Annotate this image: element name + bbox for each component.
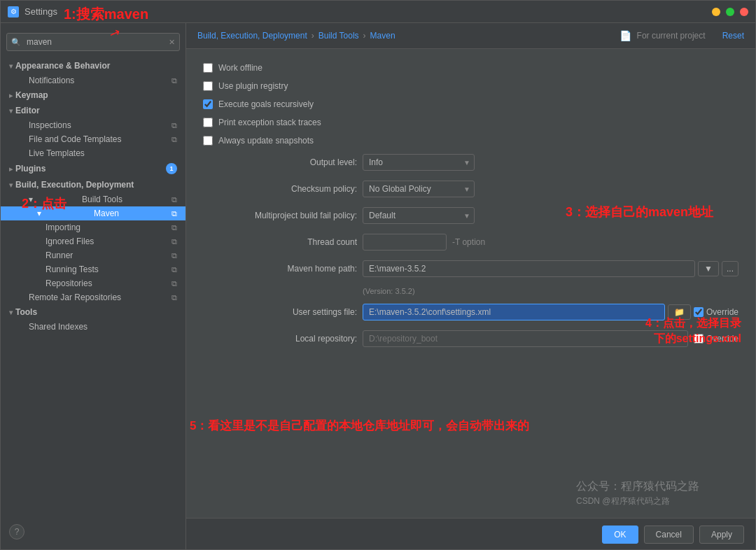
maven-home-path-input[interactable] [363, 260, 695, 277]
execute-goals-row: Execute goals recursively [203, 99, 738, 109]
checksum-policy-select[interactable]: No Global Policy Strict Warn Ignore [363, 181, 475, 197]
sidebar-item-remote-jar-repos[interactable]: Remote Jar Repositories ⧉ [1, 290, 186, 304]
copy-icon-build-tools: ⧉ [172, 195, 177, 204]
sidebar-item-keymap[interactable]: ▸ Keymap [1, 87, 186, 103]
window-title: Settings [24, 6, 712, 17]
ok-button[interactable]: OK [602, 526, 638, 544]
multiproject-fail-select[interactable]: Default Fail At End Fail Fast Never Fail [363, 207, 475, 224]
t-option-label: -T option [452, 237, 485, 247]
copy-icon-notifications: ⧉ [172, 76, 177, 85]
copy-icon-repositories: ⧉ [172, 279, 177, 288]
breadcrumb: Build, Execution, Deployment › Build Too… [186, 23, 755, 49]
user-settings-file-browse-button[interactable]: 📁 [668, 304, 691, 320]
maven-home-path-dropdown-button[interactable]: ▼ [698, 261, 719, 276]
sidebar-item-inspections[interactable]: Inspections ⧉ [1, 118, 186, 132]
breadcrumb-part2[interactable]: Build Tools [318, 31, 359, 41]
multiproject-fail-control: Default Fail At End Fail Fast Never Fail… [363, 207, 738, 224]
reset-button[interactable]: Reset [722, 31, 744, 41]
execute-goals-checkbox[interactable] [203, 99, 213, 109]
sidebar-item-repositories[interactable]: Repositories ⧉ [1, 276, 186, 290]
print-exception-label[interactable]: Print exception stack traces [218, 118, 321, 127]
search-box: 🔍 ✕ [6, 33, 180, 51]
user-settings-file-row: User settings file: 📁 Override [203, 304, 738, 320]
checksum-policy-row: Checksum policy: No Global Policy Strict… [203, 181, 738, 197]
search-icon: 🔍 [11, 38, 21, 47]
copy-icon-running-tests: ⧉ [172, 265, 177, 274]
sidebar-item-file-code-templates[interactable]: File and Code Templates ⧉ [1, 132, 186, 146]
apply-button[interactable]: Apply [699, 526, 744, 544]
multiproject-fail-label: Multiproject build fail policy: [203, 211, 357, 220]
sidebar-item-build-tools[interactable]: ▾ Build Tools ⧉ [1, 192, 186, 206]
sidebar-item-live-templates[interactable]: Live Templates [1, 146, 186, 160]
maven-settings-content: Work offline Use plugin registry Execute… [186, 49, 755, 518]
thread-count-row: Thread count -T option [203, 234, 738, 251]
multiproject-fail-row: Multiproject build fail policy: Default … [203, 207, 738, 224]
for-current-project-icon: 📄 [620, 30, 631, 41]
user-settings-override-wrapper: Override [694, 307, 738, 317]
maven-home-path-row: Maven home path: ▼ ... [203, 260, 738, 277]
user-settings-file-label: User settings file: [203, 307, 357, 317]
local-repository-input[interactable] [363, 330, 688, 347]
collapse-arrow-build: ▾ [9, 181, 13, 189]
always-update-checkbox[interactable] [203, 136, 213, 146]
sidebar-item-maven[interactable]: ▾ Maven ⧉ [1, 206, 186, 220]
sidebar-item-tools[interactable]: ▾ Tools [1, 304, 186, 320]
copy-icon-importing: ⧉ [172, 223, 177, 232]
for-current-project-label: For current project [637, 31, 706, 41]
multiproject-fail-select-wrapper: Default Fail At End Fail Fast Never Fail… [363, 207, 475, 224]
user-settings-override-label[interactable]: Override [706, 307, 738, 317]
local-repository-control: Override [363, 330, 738, 347]
use-plugin-registry-label[interactable]: Use plugin registry [218, 81, 288, 91]
cancel-button[interactable]: Cancel [644, 526, 694, 544]
print-exception-checkbox[interactable] [203, 118, 213, 127]
sidebar-item-plugins[interactable]: ▸ Plugins 1 [1, 160, 186, 177]
copy-icon-remote-jar: ⧉ [172, 293, 177, 302]
sidebar-item-importing[interactable]: Importing ⧉ [1, 220, 186, 234]
use-plugin-registry-checkbox[interactable] [203, 81, 213, 91]
work-offline-row: Work offline [203, 63, 738, 73]
close-button[interactable] [740, 8, 748, 16]
collapse-arrow-appearance: ▾ [9, 62, 13, 70]
collapse-arrow-tools: ▾ [9, 309, 13, 316]
local-repo-override-checkbox[interactable] [694, 334, 704, 344]
maximize-button[interactable] [726, 8, 734, 16]
thread-count-input[interactable] [363, 234, 447, 251]
copy-icon-inspections: ⧉ [172, 121, 177, 130]
plugins-badge: 1 [166, 163, 177, 174]
execute-goals-label[interactable]: Execute goals recursively [218, 99, 314, 109]
sidebar-item-notifications[interactable]: Notifications ⧉ [1, 73, 186, 87]
copy-icon-file-templates: ⧉ [172, 135, 177, 144]
use-plugin-registry-row: Use plugin registry [203, 81, 738, 91]
sidebar-item-runner[interactable]: Runner ⧉ [1, 248, 186, 262]
checksum-policy-control: No Global Policy Strict Warn Ignore ▼ [363, 181, 738, 197]
breadcrumb-sep1: › [312, 31, 314, 41]
sidebar-item-running-tests[interactable]: Running Tests ⧉ [1, 262, 186, 276]
breadcrumb-part3[interactable]: Maven [370, 31, 396, 41]
app-icon: ⚙ [8, 6, 19, 17]
always-update-label[interactable]: Always update snapshots [218, 136, 314, 146]
local-repo-override-label[interactable]: Override [706, 334, 738, 344]
breadcrumb-part1[interactable]: Build, Execution, Deployment [197, 31, 307, 41]
user-settings-override-checkbox[interactable] [694, 307, 704, 317]
main-panel: Build, Execution, Deployment › Build Too… [186, 23, 755, 550]
thread-count-label: Thread count [203, 237, 357, 247]
local-repository-label: Local repository: [203, 334, 357, 344]
sidebar-item-ignored-files[interactable]: Ignored Files ⧉ [1, 234, 186, 248]
work-offline-checkbox[interactable] [203, 63, 213, 73]
maven-home-path-browse-button[interactable]: ... [722, 261, 738, 276]
work-offline-label[interactable]: Work offline [218, 63, 262, 73]
sidebar-item-editor[interactable]: ▾ Editor [1, 103, 186, 118]
sidebar-item-build-execution-deployment[interactable]: ▾ Build, Execution, Deployment [1, 177, 186, 192]
help-button[interactable]: ? [9, 524, 24, 540]
sidebar: 🔍 ✕ ▾ Appearance & Behavior Notification… [1, 23, 186, 550]
user-settings-file-input[interactable] [363, 304, 665, 320]
user-settings-file-control: 📁 Override [363, 304, 738, 320]
sidebar-item-shared-indexes[interactable]: Shared Indexes [1, 320, 186, 334]
output-level-select[interactable]: Info Debug Quiet [363, 154, 475, 171]
search-input[interactable] [6, 33, 180, 51]
copy-icon-ignored-files: ⧉ [172, 237, 177, 246]
sidebar-item-appearance-behavior[interactable]: ▾ Appearance & Behavior [1, 58, 186, 73]
print-exception-row: Print exception stack traces [203, 118, 738, 127]
search-clear-icon[interactable]: ✕ [169, 38, 175, 47]
minimize-button[interactable] [712, 8, 720, 16]
